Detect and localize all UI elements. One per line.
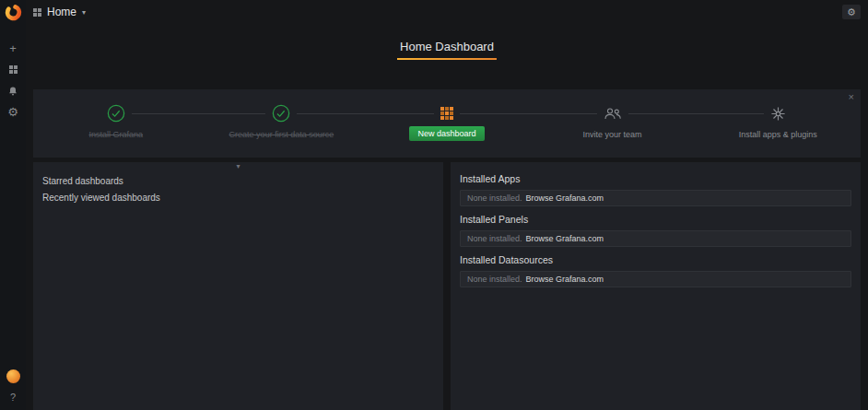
grid-icon xyxy=(9,65,18,74)
top-navbar: Home ▾ ⚙ xyxy=(26,0,868,24)
step-create-datasource[interactable]: Create your first data source xyxy=(199,103,365,158)
empty-text: None installed. xyxy=(467,275,522,284)
side-menu-bottom: ? xyxy=(5,369,21,404)
step-label: Install apps & plugins xyxy=(739,130,817,139)
dashboards-grid-icon[interactable] xyxy=(5,64,21,76)
step-install-plugins[interactable]: Install apps & plugins xyxy=(695,103,861,158)
create-plus-icon[interactable]: + xyxy=(5,42,21,54)
step-label: Create your first data source xyxy=(229,130,334,139)
dashboard-grid-icon xyxy=(33,8,41,17)
dashboard-picker-label: Home xyxy=(47,6,76,18)
new-dashboard-button[interactable]: New dashboard xyxy=(409,126,484,141)
step-invite-team[interactable]: Invite your team xyxy=(530,103,696,158)
browse-grafana-link[interactable]: Browse Grafana.com xyxy=(526,234,604,243)
grafana-logo-icon xyxy=(5,4,22,21)
installed-apps-empty-row: None installed. Browse Grafana.com xyxy=(460,190,851,206)
getting-started-panel: × Install Grafana xyxy=(33,89,861,158)
dashboard-header: Home Dashboard xyxy=(33,24,861,89)
recent-dashboards-header: Recently viewed dashboards xyxy=(42,193,434,203)
gear-icon: ⚙ xyxy=(847,7,856,18)
step-label: Invite your team xyxy=(583,130,642,139)
panel-menu-chevron-icon[interactable]: ▾ xyxy=(236,162,240,171)
installed-datasources-empty-row: None installed. Browse Grafana.com xyxy=(460,271,851,287)
step-label: Install Grafana xyxy=(89,130,144,139)
dashboard-content: Home Dashboard × Install Grafana xyxy=(26,24,868,410)
browse-grafana-link[interactable]: Browse Grafana.com xyxy=(526,275,604,284)
starred-dashboards-header: Starred dashboards xyxy=(42,176,434,186)
grafana-logo[interactable] xyxy=(0,0,26,24)
getting-started-steps: Install Grafana Create your first data s… xyxy=(33,89,861,158)
configuration-gear-icon[interactable]: ⚙ xyxy=(5,106,21,118)
dashboard-settings-button[interactable]: ⚙ xyxy=(842,5,861,19)
dashboard-picker[interactable]: Home ▾ xyxy=(33,6,86,18)
main-area: Home ▾ ⚙ Home Dashboard × xyxy=(26,0,868,410)
team-users-icon xyxy=(597,103,628,123)
user-avatar[interactable] xyxy=(6,369,20,383)
dashboard-tile-icon xyxy=(434,103,460,123)
installed-datasources-title: Installed Datasources xyxy=(460,254,851,265)
chevron-down-icon: ▾ xyxy=(82,8,86,17)
empty-text: None installed. xyxy=(467,193,522,203)
alerting-bell-icon[interactable] xyxy=(5,85,21,97)
plugin-list-panel: Installed Apps None installed. Browse Gr… xyxy=(451,162,861,410)
dashboard-list-panel: ▾ Starred dashboards Recently viewed das… xyxy=(33,162,443,410)
installed-panels-empty-row: None installed. Browse Grafana.com xyxy=(460,230,851,247)
page-title[interactable]: Home Dashboard xyxy=(397,40,497,60)
installed-panels-title: Installed Panels xyxy=(460,214,851,225)
check-circle-icon xyxy=(265,103,297,123)
check-circle-icon xyxy=(100,103,132,123)
empty-text: None installed. xyxy=(467,234,522,243)
installed-apps-title: Installed Apps xyxy=(460,173,851,184)
plugin-icon xyxy=(764,103,792,123)
help-icon[interactable]: ? xyxy=(5,392,21,404)
side-menu: + ⚙ ? xyxy=(0,0,26,410)
app-root: + ⚙ ? Home ▾ xyxy=(0,0,868,410)
step-new-dashboard[interactable]: New dashboard xyxy=(364,103,530,158)
panel-row: ▾ Starred dashboards Recently viewed das… xyxy=(33,162,861,410)
step-install-grafana[interactable]: Install Grafana xyxy=(33,103,199,158)
browse-grafana-link[interactable]: Browse Grafana.com xyxy=(526,193,604,203)
side-menu-items: + ⚙ xyxy=(5,42,21,118)
bell-icon xyxy=(7,86,18,97)
